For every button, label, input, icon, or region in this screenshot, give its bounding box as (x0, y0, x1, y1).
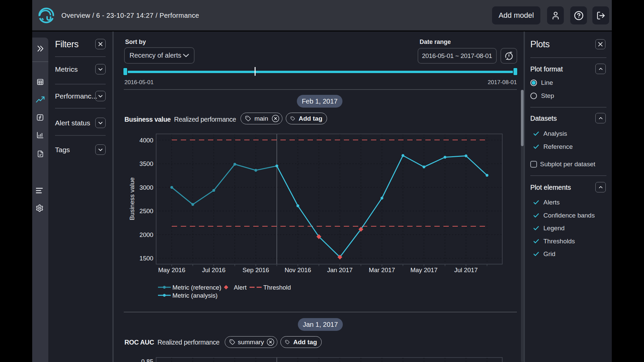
svg-text:Jan 2017: Jan 2017 (327, 266, 353, 274)
svg-text:Sep 2016: Sep 2016 (243, 266, 269, 274)
svg-text:1500: 1500 (140, 255, 153, 262)
svg-text:2500: 2500 (140, 207, 153, 215)
svg-text:Threshold: Threshold (263, 284, 291, 291)
svg-text:Metric (analysis): Metric (analysis) (172, 292, 218, 299)
svg-text:Jul 2016: Jul 2016 (202, 266, 225, 274)
svg-text:2000: 2000 (140, 231, 153, 238)
svg-text:3000: 3000 (140, 184, 153, 191)
svg-text:Mar 2017: Mar 2017 (369, 266, 395, 274)
svg-text:3500: 3500 (140, 160, 153, 167)
svg-text:Metric (reference): Metric (reference) (172, 284, 221, 291)
svg-text:Business value: Business value (128, 177, 136, 220)
svg-text:0.85: 0.85 (141, 358, 153, 362)
svg-text:4000: 4000 (140, 137, 153, 144)
svg-text:Alert: Alert (234, 284, 247, 291)
svg-text:Jul 2017: Jul 2017 (454, 266, 478, 274)
svg-text:May 2017: May 2017 (410, 266, 437, 274)
svg-text:May 2016: May 2016 (158, 266, 185, 274)
svg-text:Nov 2016: Nov 2016 (284, 266, 311, 274)
